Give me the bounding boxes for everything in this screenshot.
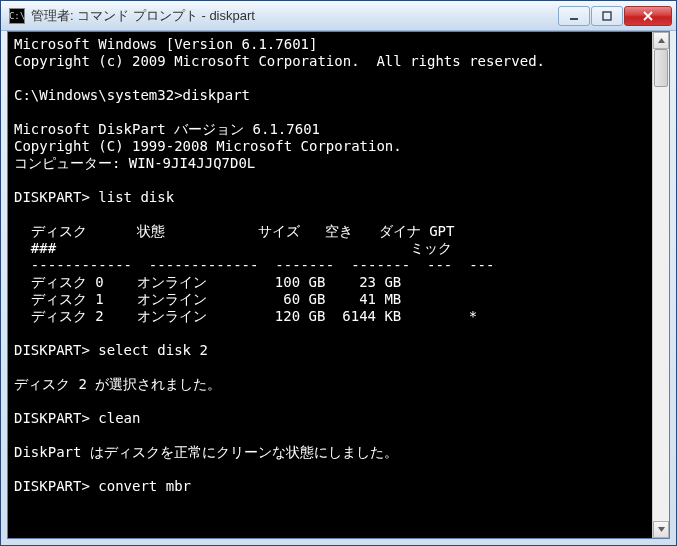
scroll-track[interactable] [653,49,669,521]
scroll-down-button[interactable] [653,521,669,538]
svg-rect-1 [603,12,611,20]
maximize-button[interactable] [591,6,623,26]
window-controls [558,6,672,26]
svg-rect-0 [570,18,578,20]
terminal-output[interactable]: Microsoft Windows [Version 6.1.7601] Cop… [8,32,652,538]
window-title: 管理者: コマンド プロンプト - diskpart [31,7,558,25]
command-prompt-window: C:\ 管理者: コマンド プロンプト - diskpart Microsoft… [0,0,677,546]
titlebar[interactable]: C:\ 管理者: コマンド プロンプト - diskpart [1,1,676,31]
close-button[interactable] [624,6,672,26]
vertical-scrollbar[interactable] [652,32,669,538]
scroll-thumb[interactable] [654,49,668,87]
scroll-up-button[interactable] [653,32,669,49]
cmd-icon: C:\ [9,8,25,24]
client-area: Microsoft Windows [Version 6.1.7601] Cop… [7,31,670,539]
minimize-button[interactable] [558,6,590,26]
